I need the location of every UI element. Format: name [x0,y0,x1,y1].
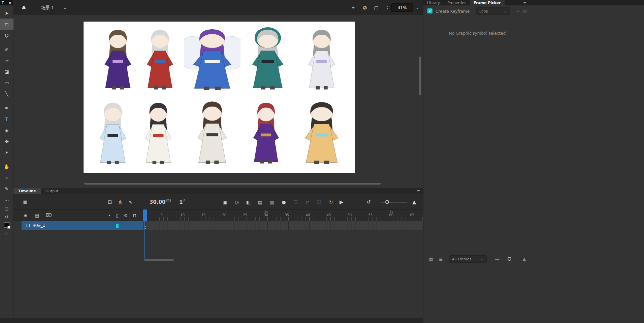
canvas-horizontal-scrollbar[interactable] [84,183,381,185]
character-gray-robe[interactable] [302,24,342,92]
transform-tool[interactable]: ◻ [0,19,13,30]
toolbar-menu-icon[interactable]: ≡ [9,1,11,5]
add-layer-button[interactable]: ⊞ [24,209,28,221]
slider-knob[interactable] [508,257,511,261]
camera-icon[interactable]: ⊡ [108,199,112,205]
character-blue-angel[interactable] [184,23,240,92]
slider-track[interactable] [500,259,519,259]
create-keyframe-checkbox[interactable]: ✓ [427,8,432,13]
loop-range-icon[interactable]: ↺ [366,194,371,210]
layers-panel-icon[interactable]: ≣ [23,194,27,210]
panel-menu-icon[interactable]: ≡ [523,1,526,5]
character-red-hair[interactable] [247,96,285,166]
timeline-zoom-slider[interactable] [381,194,407,210]
fps-display[interactable]: 30,00 FPS [150,194,171,210]
layer-name[interactable]: 图层_1 [33,223,45,228]
tab-output[interactable]: Output [41,188,63,194]
lasso-tool[interactable]: Ϙ [0,30,13,41]
play-button[interactable]: ▶ [340,194,344,210]
zoom-tool[interactable]: ⌕ [0,172,13,183]
line-tool[interactable]: ╲ [0,88,13,99]
edit-multiple-frames-icon[interactable]: ◧ [243,199,254,205]
character-purple-scholar[interactable] [98,24,138,92]
list-view-icon[interactable]: ≣ [439,253,443,265]
pen-tool[interactable]: ✒ [0,102,13,114]
selection-tool[interactable]: ➤ [0,7,13,19]
paint-bucket-tool[interactable]: ◈ [0,125,13,136]
object-drawing-icon[interactable]: ❏ [5,206,8,212]
rectangle-tool[interactable]: ▭ [0,77,13,88]
thumbnail-zoom-in-icon[interactable]: ▲ [522,253,526,265]
span-frames-icon[interactable]: ▥ [523,9,527,13]
character-silver-blue-dress[interactable] [93,96,133,166]
fps-value[interactable]: 30,00 [150,199,165,205]
onion-marker-icon[interactable]: ● [278,199,290,205]
character-ponytail[interactable] [191,95,234,166]
timeline-horizontal-scrollbar[interactable] [144,259,174,261]
eraser-tool[interactable]: ◪ [0,66,13,77]
remove-frame-icon[interactable]: ▥ [266,199,278,205]
show-hide-layers-toggle[interactable]: ⊘ [124,213,128,218]
zoom-level-input[interactable]: 41% [391,3,413,12]
frame-ruler[interactable]: 51015202530354045505560651s2s [143,209,423,221]
onion-skin-icon[interactable]: ◎ [231,199,243,205]
slider-knob[interactable] [385,200,389,204]
zoom-chevron-icon[interactable]: ⌄ [416,0,419,15]
rotate-icon[interactable]: ↺ [5,214,8,220]
insert-frame-icon[interactable]: ▤ [254,199,266,205]
clip-content-icon[interactable]: ▢ [373,5,379,10]
pencil-tool[interactable]: ✎ [0,183,13,194]
stroke-swatch[interactable] [7,226,10,229]
frames-row[interactable] [143,221,423,230]
tab-library[interactable]: Library [423,0,444,5]
tab-frame-picker[interactable]: Frame Picker [470,0,505,5]
outline-layers-toggle[interactable]: ▯ [116,213,119,218]
fluid-brush-tool[interactable]: ✐ [0,44,13,55]
canvas-vertical-scrollbar[interactable] [419,57,421,95]
character-red-warrior[interactable] [140,24,180,92]
graph-editor-icon[interactable]: ∿ [128,199,133,205]
highlight-layers-toggle[interactable]: • [108,213,111,218]
scene-clover-icon[interactable]: ♣ [22,0,26,15]
loop-playback-icon[interactable]: ↻ [325,199,337,205]
current-frame-display[interactable]: 1 F [179,194,185,210]
thumbnail-size-slider[interactable] [500,253,519,265]
delete-layer-button[interactable]: ⌦ [46,209,53,221]
insert-keyframe-icon[interactable]: ▣ [219,199,231,205]
add-folder-button[interactable]: ▤ [35,209,39,221]
character-hanfu-dancer[interactable] [297,96,347,166]
rotate-view-icon[interactable]: ❂ [362,5,368,10]
zoom-stepper[interactable]: ▴ ▾ [387,0,388,15]
loop-dropdown[interactable]: Loop ⌄ [476,7,510,15]
empty-keyframe-icon[interactable] [144,226,146,229]
layer-row[interactable]: ❏ 图层_1 [22,221,143,230]
classic-brush-tool[interactable]: ✑ [0,55,13,66]
stepper-down-icon[interactable]: ▾ [387,8,388,10]
tab-timeline[interactable]: Timeline [13,188,41,194]
center-stage-icon[interactable]: ⌖ [350,5,356,10]
tab-properties[interactable]: Properties [444,0,470,5]
grid-view-icon[interactable]: ▦ [429,253,433,265]
hand-tool[interactable]: ✋ [0,161,13,172]
pasteboard[interactable] [13,15,423,188]
slider-track[interactable] [381,202,407,202]
free-transform-icon[interactable]: ▢ [5,230,8,236]
more-tools[interactable]: ⋯ [0,194,13,205]
pin-frames-icon[interactable]: ⊸ [516,9,519,13]
lock-layers-toggle[interactable]: ⊓ [133,213,136,218]
timeline-zoom-in-icon[interactable]: ▲ [412,194,416,210]
character-white-dress[interactable] [139,96,178,166]
thumbnail-zoom-out-icon[interactable]: — [495,253,500,265]
asset-warp-tool[interactable]: ✶ [0,147,13,158]
character-teal-hood[interactable] [245,24,291,92]
timeline-panel-menu-icon[interactable]: ≡ [417,189,420,193]
fill-stroke-swatch[interactable] [4,222,9,228]
current-frame-value[interactable]: 1 [179,199,183,205]
text-tool[interactable]: T [0,114,13,125]
scene-name[interactable]: 场景 1 [41,0,54,15]
eyedropper-tool[interactable]: ✤ [0,136,13,147]
scene-chevron-icon[interactable]: ⌄ [63,0,67,15]
stage[interactable] [84,22,355,173]
frames-filter-dropdown[interactable]: All Frames ⌄ [449,255,487,263]
layer-hierarchy-icon[interactable]: ⋔ [118,199,123,205]
